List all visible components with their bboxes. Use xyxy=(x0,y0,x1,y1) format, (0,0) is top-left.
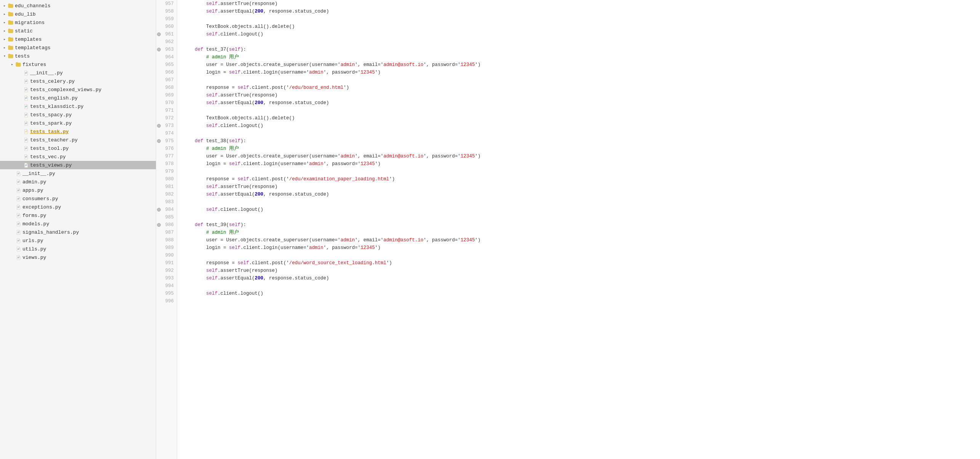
breakpoint-dot-966 xyxy=(157,71,161,74)
sidebar-label-consumers.py: consumers.py xyxy=(22,196,156,202)
code-line-966: login = self.client.login(username='admi… xyxy=(177,69,980,76)
file-icon-consumers.py xyxy=(15,196,21,202)
sidebar-item-fixtures[interactable]: ▸ fixtures xyxy=(0,60,156,69)
breakpoint-dot-965 xyxy=(157,63,161,67)
line-num-970: 970 xyxy=(156,99,177,107)
sidebar-item-admin.py[interactable]: admin.py xyxy=(0,178,156,186)
breakpoint-dot-990 xyxy=(157,254,161,257)
sidebar-item-tests_tool.py[interactable]: tests_tool.py xyxy=(0,144,156,152)
breakpoint-dot-963 xyxy=(157,48,161,51)
breakpoint-dot-995 xyxy=(157,292,161,295)
breakpoint-dot-972 xyxy=(157,116,161,120)
sidebar-item-tests_task.py[interactable]: tests_task.py xyxy=(0,127,156,136)
sidebar-item-templates[interactable]: ▸ templates xyxy=(0,35,156,43)
code-editor: 9579589599609619629639649659669679689699… xyxy=(156,0,980,459)
code-line-985 xyxy=(177,213,980,221)
breakpoint-dot-976 xyxy=(157,147,161,151)
sidebar-item-views.py[interactable]: views.py xyxy=(0,253,156,262)
sidebar-item-tests_vec.py[interactable]: tests_vec.py xyxy=(0,152,156,161)
folder-icon-fixtures xyxy=(15,61,21,67)
line-num-965: 965 xyxy=(156,61,177,69)
line-num-957: 957 xyxy=(156,0,177,8)
sidebar-label-edu_channels: edu_channels xyxy=(15,3,156,9)
sidebar-label-apps.py: apps.py xyxy=(22,188,156,193)
sidebar-item-tests_views.py[interactable]: tests_views.py xyxy=(0,161,156,169)
sidebar-item-__init__1.py[interactable]: __init__.py xyxy=(0,69,156,77)
line-num-961: 961 xyxy=(156,30,177,38)
code-line-964: # admin 用户 xyxy=(177,53,980,61)
sidebar-item-tests_complexed_views.py[interactable]: tests_complexed_views.py xyxy=(0,85,156,94)
breakpoint-dot-970 xyxy=(157,101,161,105)
folder-icon-static xyxy=(8,28,14,34)
sidebar-item-forms.py[interactable]: forms.py xyxy=(0,211,156,220)
line-num-993: 993 xyxy=(156,274,177,282)
sidebar-item-tests_celery.py[interactable]: tests_celery.py xyxy=(0,77,156,85)
sidebar-item-apps.py[interactable]: apps.py xyxy=(0,186,156,194)
code-line-981: self.assertTrue(response) xyxy=(177,183,980,191)
sidebar-label-tests_celery.py: tests_celery.py xyxy=(30,79,156,84)
sidebar-label-templatetags: templatetags xyxy=(15,45,156,51)
line-num-972: 972 xyxy=(156,114,177,122)
sidebar-item-tests_english.py[interactable]: tests_english.py xyxy=(0,94,156,102)
sidebar-item-static[interactable]: ▸ static xyxy=(0,27,156,35)
code-line-970: self.assertEqual(200, response.status_co… xyxy=(177,99,980,107)
line-num-971: 971 xyxy=(156,107,177,114)
sidebar-item-edu_channels[interactable]: ▸ edu_channels xyxy=(0,2,156,10)
sidebar-item-__init__2.py[interactable]: __init__.py xyxy=(0,169,156,178)
breakpoint-dot-971 xyxy=(157,109,161,112)
code-line-959 xyxy=(177,15,980,23)
breakpoint-dot-964 xyxy=(157,55,161,59)
sidebar-item-signals_handlers.py[interactable]: signals_handlers.py xyxy=(0,228,156,236)
line-num-975: 975 xyxy=(156,137,177,145)
sidebar-item-migrations[interactable]: ▸ migrations xyxy=(0,18,156,27)
sidebar-label-tests_klassdict.py: tests_klassdict.py xyxy=(30,104,156,109)
breakpoint-dot-962 xyxy=(157,40,161,44)
file-icon-apps.py xyxy=(15,187,21,193)
sidebar-item-edu_lib[interactable]: ▸ edu_lib xyxy=(0,10,156,18)
sidebar-label-urls.py: urls.py xyxy=(22,238,156,244)
sidebar-item-exceptions.py[interactable]: exceptions.py xyxy=(0,203,156,211)
code-line-977: user = User.objects.create_superuser(use… xyxy=(177,152,980,160)
folder-icon-tests xyxy=(8,53,14,59)
line-num-958: 958 xyxy=(156,8,177,15)
sidebar-label-templates: templates xyxy=(15,37,156,42)
sidebar-item-tests_spacy.py[interactable]: tests_spacy.py xyxy=(0,111,156,119)
breakpoint-dot-993 xyxy=(157,276,161,280)
sidebar-item-tests_teacher.py[interactable]: tests_teacher.py xyxy=(0,136,156,144)
sidebar-item-tests_spark.py[interactable]: tests_spark.py xyxy=(0,119,156,127)
line-num-985: 985 xyxy=(156,213,177,221)
folder-icon-migrations xyxy=(8,19,14,26)
sidebar-label-tests_task.py: tests_task.py xyxy=(30,129,156,135)
code-line-991: response = self.client.post('/edu/word_s… xyxy=(177,259,980,267)
sidebar-item-utils.py[interactable]: utils.py xyxy=(0,245,156,253)
sidebar-item-consumers.py[interactable]: consumers.py xyxy=(0,194,156,203)
file-tree-sidebar[interactable]: ▸ edu_channels▸ edu_lib▸ migrations▸ sta… xyxy=(0,0,156,459)
sidebar-label-exceptions.py: exceptions.py xyxy=(22,204,156,210)
sidebar-item-models.py[interactable]: models.py xyxy=(0,220,156,228)
breakpoint-dot-987 xyxy=(157,231,161,234)
line-num-969: 969 xyxy=(156,91,177,99)
code-content[interactable]: self.assertTrue(response) self.assertEqu… xyxy=(177,0,980,459)
sidebar-label-views.py: views.py xyxy=(22,255,156,260)
breakpoint-dot-996 xyxy=(157,299,161,303)
breakpoint-dot-988 xyxy=(157,238,161,242)
code-line-982: self.assertEqual(200, response.status_co… xyxy=(177,191,980,198)
code-line-975: def test_38(self): xyxy=(177,137,980,145)
breakpoint-dot-978 xyxy=(157,162,161,166)
file-icon-tests_teacher.py xyxy=(23,137,29,143)
sidebar-item-templatetags[interactable]: ▸ templatetags xyxy=(0,43,156,52)
folder-icon-templates xyxy=(8,36,14,42)
code-line-988: user = User.objects.create_superuser(use… xyxy=(177,236,980,244)
breakpoint-dot-992 xyxy=(157,269,161,273)
file-icon-tests_spacy.py xyxy=(23,112,29,118)
file-icon-admin.py xyxy=(15,179,21,185)
sidebar-item-tests_klassdict.py[interactable]: tests_klassdict.py xyxy=(0,102,156,111)
sidebar-label-tests_views.py: tests_views.py xyxy=(30,162,156,168)
folder-arrow-static: ▸ xyxy=(2,28,8,34)
breakpoint-dot-969 xyxy=(157,93,161,97)
line-num-967: 967 xyxy=(156,76,177,84)
line-num-977: 977 xyxy=(156,152,177,160)
sidebar-item-urls.py[interactable]: urls.py xyxy=(0,236,156,245)
line-num-992: 992 xyxy=(156,267,177,274)
sidebar-item-tests[interactable]: ▾ tests xyxy=(0,52,156,60)
